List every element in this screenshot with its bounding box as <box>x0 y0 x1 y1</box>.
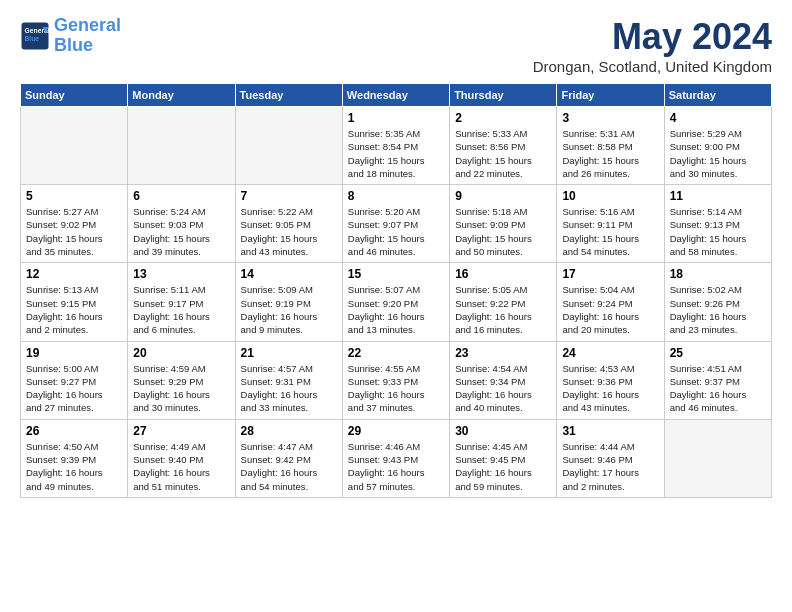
day-info: Sunrise: 4:46 AMSunset: 9:43 PMDaylight:… <box>348 440 444 493</box>
day-number: 27 <box>133 424 229 438</box>
day-number: 20 <box>133 346 229 360</box>
day-info: Sunrise: 5:00 AMSunset: 9:27 PMDaylight:… <box>26 362 122 415</box>
calendar-cell: 30Sunrise: 4:45 AMSunset: 9:45 PMDayligh… <box>450 419 557 497</box>
calendar-title: May 2024 <box>533 16 772 58</box>
page-header: General Blue General Blue May 2024 Drong… <box>20 16 772 75</box>
calendar-cell: 3Sunrise: 5:31 AMSunset: 8:58 PMDaylight… <box>557 107 664 185</box>
day-number: 12 <box>26 267 122 281</box>
calendar-cell: 21Sunrise: 4:57 AMSunset: 9:31 PMDayligh… <box>235 341 342 419</box>
day-info: Sunrise: 4:44 AMSunset: 9:46 PMDaylight:… <box>562 440 658 493</box>
day-info: Sunrise: 4:51 AMSunset: 9:37 PMDaylight:… <box>670 362 766 415</box>
svg-text:Blue: Blue <box>25 35 40 42</box>
day-number: 5 <box>26 189 122 203</box>
day-number: 30 <box>455 424 551 438</box>
calendar-cell: 29Sunrise: 4:46 AMSunset: 9:43 PMDayligh… <box>342 419 449 497</box>
day-info: Sunrise: 5:13 AMSunset: 9:15 PMDaylight:… <box>26 283 122 336</box>
day-header-monday: Monday <box>128 84 235 107</box>
day-number: 28 <box>241 424 337 438</box>
day-number: 9 <box>455 189 551 203</box>
day-number: 4 <box>670 111 766 125</box>
day-info: Sunrise: 4:50 AMSunset: 9:39 PMDaylight:… <box>26 440 122 493</box>
calendar-cell: 4Sunrise: 5:29 AMSunset: 9:00 PMDaylight… <box>664 107 771 185</box>
day-info: Sunrise: 5:11 AMSunset: 9:17 PMDaylight:… <box>133 283 229 336</box>
day-number: 2 <box>455 111 551 125</box>
calendar-cell: 15Sunrise: 5:07 AMSunset: 9:20 PMDayligh… <box>342 263 449 341</box>
calendar-cell: 13Sunrise: 5:11 AMSunset: 9:17 PMDayligh… <box>128 263 235 341</box>
day-info: Sunrise: 4:53 AMSunset: 9:36 PMDaylight:… <box>562 362 658 415</box>
week-row-0: 1Sunrise: 5:35 AMSunset: 8:54 PMDaylight… <box>21 107 772 185</box>
day-info: Sunrise: 5:16 AMSunset: 9:11 PMDaylight:… <box>562 205 658 258</box>
day-info: Sunrise: 5:09 AMSunset: 9:19 PMDaylight:… <box>241 283 337 336</box>
day-number: 19 <box>26 346 122 360</box>
day-number: 10 <box>562 189 658 203</box>
day-info: Sunrise: 5:02 AMSunset: 9:26 PMDaylight:… <box>670 283 766 336</box>
day-info: Sunrise: 5:31 AMSunset: 8:58 PMDaylight:… <box>562 127 658 180</box>
title-block: May 2024 Drongan, Scotland, United Kingd… <box>533 16 772 75</box>
day-info: Sunrise: 5:04 AMSunset: 9:24 PMDaylight:… <box>562 283 658 336</box>
calendar-cell: 1Sunrise: 5:35 AMSunset: 8:54 PMDaylight… <box>342 107 449 185</box>
day-number: 31 <box>562 424 658 438</box>
day-info: Sunrise: 5:35 AMSunset: 8:54 PMDaylight:… <box>348 127 444 180</box>
day-info: Sunrise: 4:49 AMSunset: 9:40 PMDaylight:… <box>133 440 229 493</box>
day-header-sunday: Sunday <box>21 84 128 107</box>
day-number: 24 <box>562 346 658 360</box>
calendar-cell: 22Sunrise: 4:55 AMSunset: 9:33 PMDayligh… <box>342 341 449 419</box>
day-info: Sunrise: 4:47 AMSunset: 9:42 PMDaylight:… <box>241 440 337 493</box>
day-header-thursday: Thursday <box>450 84 557 107</box>
day-number: 22 <box>348 346 444 360</box>
day-info: Sunrise: 4:45 AMSunset: 9:45 PMDaylight:… <box>455 440 551 493</box>
day-number: 3 <box>562 111 658 125</box>
calendar-cell <box>235 107 342 185</box>
day-header-tuesday: Tuesday <box>235 84 342 107</box>
calendar-cell: 24Sunrise: 4:53 AMSunset: 9:36 PMDayligh… <box>557 341 664 419</box>
day-info: Sunrise: 5:29 AMSunset: 9:00 PMDaylight:… <box>670 127 766 180</box>
calendar-cell: 25Sunrise: 4:51 AMSunset: 9:37 PMDayligh… <box>664 341 771 419</box>
calendar-cell: 8Sunrise: 5:20 AMSunset: 9:07 PMDaylight… <box>342 185 449 263</box>
day-info: Sunrise: 5:20 AMSunset: 9:07 PMDaylight:… <box>348 205 444 258</box>
day-info: Sunrise: 4:59 AMSunset: 9:29 PMDaylight:… <box>133 362 229 415</box>
calendar-cell: 16Sunrise: 5:05 AMSunset: 9:22 PMDayligh… <box>450 263 557 341</box>
calendar-cell: 20Sunrise: 4:59 AMSunset: 9:29 PMDayligh… <box>128 341 235 419</box>
calendar-cell: 6Sunrise: 5:24 AMSunset: 9:03 PMDaylight… <box>128 185 235 263</box>
week-row-3: 19Sunrise: 5:00 AMSunset: 9:27 PMDayligh… <box>21 341 772 419</box>
day-number: 25 <box>670 346 766 360</box>
calendar-subtitle: Drongan, Scotland, United Kingdom <box>533 58 772 75</box>
day-number: 21 <box>241 346 337 360</box>
logo: General Blue General Blue <box>20 16 121 56</box>
day-info: Sunrise: 5:22 AMSunset: 9:05 PMDaylight:… <box>241 205 337 258</box>
calendar-cell: 28Sunrise: 4:47 AMSunset: 9:42 PMDayligh… <box>235 419 342 497</box>
day-info: Sunrise: 5:24 AMSunset: 9:03 PMDaylight:… <box>133 205 229 258</box>
calendar-cell: 31Sunrise: 4:44 AMSunset: 9:46 PMDayligh… <box>557 419 664 497</box>
day-number: 23 <box>455 346 551 360</box>
calendar-cell: 26Sunrise: 4:50 AMSunset: 9:39 PMDayligh… <box>21 419 128 497</box>
days-header-row: SundayMondayTuesdayWednesdayThursdayFrid… <box>21 84 772 107</box>
calendar-cell: 2Sunrise: 5:33 AMSunset: 8:56 PMDaylight… <box>450 107 557 185</box>
day-info: Sunrise: 5:33 AMSunset: 8:56 PMDaylight:… <box>455 127 551 180</box>
calendar-cell: 17Sunrise: 5:04 AMSunset: 9:24 PMDayligh… <box>557 263 664 341</box>
calendar-cell: 5Sunrise: 5:27 AMSunset: 9:02 PMDaylight… <box>21 185 128 263</box>
calendar-cell: 27Sunrise: 4:49 AMSunset: 9:40 PMDayligh… <box>128 419 235 497</box>
calendar-cell <box>128 107 235 185</box>
calendar-cell: 12Sunrise: 5:13 AMSunset: 9:15 PMDayligh… <box>21 263 128 341</box>
calendar-cell: 10Sunrise: 5:16 AMSunset: 9:11 PMDayligh… <box>557 185 664 263</box>
day-number: 7 <box>241 189 337 203</box>
day-info: Sunrise: 5:27 AMSunset: 9:02 PMDaylight:… <box>26 205 122 258</box>
day-info: Sunrise: 5:07 AMSunset: 9:20 PMDaylight:… <box>348 283 444 336</box>
day-number: 16 <box>455 267 551 281</box>
day-number: 17 <box>562 267 658 281</box>
day-number: 13 <box>133 267 229 281</box>
calendar-cell: 18Sunrise: 5:02 AMSunset: 9:26 PMDayligh… <box>664 263 771 341</box>
day-number: 29 <box>348 424 444 438</box>
week-row-1: 5Sunrise: 5:27 AMSunset: 9:02 PMDaylight… <box>21 185 772 263</box>
day-info: Sunrise: 4:55 AMSunset: 9:33 PMDaylight:… <box>348 362 444 415</box>
day-number: 1 <box>348 111 444 125</box>
day-info: Sunrise: 4:57 AMSunset: 9:31 PMDaylight:… <box>241 362 337 415</box>
calendar-cell: 14Sunrise: 5:09 AMSunset: 9:19 PMDayligh… <box>235 263 342 341</box>
calendar-body: 1Sunrise: 5:35 AMSunset: 8:54 PMDaylight… <box>21 107 772 498</box>
calendar-cell <box>21 107 128 185</box>
day-number: 15 <box>348 267 444 281</box>
day-header-saturday: Saturday <box>664 84 771 107</box>
day-info: Sunrise: 5:18 AMSunset: 9:09 PMDaylight:… <box>455 205 551 258</box>
calendar-cell <box>664 419 771 497</box>
logo-text: General Blue <box>54 16 121 56</box>
